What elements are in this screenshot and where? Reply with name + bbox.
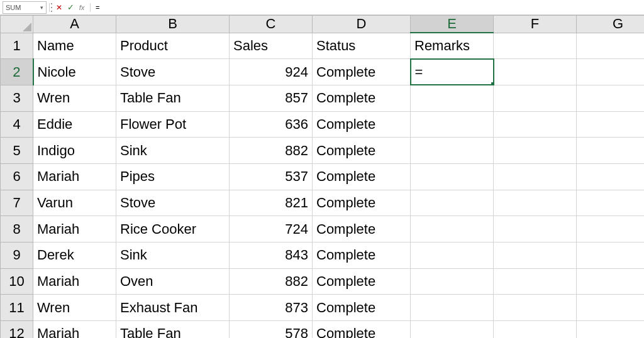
cell-C12[interactable]: 578 bbox=[230, 321, 313, 338]
column-header-C[interactable]: C bbox=[230, 16, 313, 33]
cell-B10[interactable]: Oven bbox=[116, 268, 230, 295]
cell-A3[interactable]: Wren bbox=[33, 85, 116, 111]
cell-E1[interactable]: Remarks bbox=[411, 33, 494, 59]
cell-A1[interactable]: Name bbox=[33, 33, 116, 59]
cell-A5[interactable]: Indigo bbox=[33, 138, 116, 164]
cell-F5[interactable] bbox=[494, 138, 577, 164]
cell-B8[interactable]: Rice Cooker bbox=[116, 216, 230, 243]
column-header-B[interactable]: B bbox=[116, 16, 230, 33]
cell-F11[interactable] bbox=[494, 295, 577, 321]
cell-C10[interactable]: 882 bbox=[230, 268, 313, 295]
chevron-down-icon[interactable]: ▾ bbox=[40, 4, 43, 11]
cell-G11[interactable] bbox=[577, 295, 645, 321]
cell-A2[interactable]: Nicole bbox=[33, 59, 116, 85]
cell-G2[interactable] bbox=[577, 59, 645, 85]
cell-F10[interactable] bbox=[494, 268, 577, 295]
cell-F2[interactable] bbox=[494, 59, 577, 85]
cell-D8[interactable]: Complete bbox=[313, 216, 411, 243]
cell-E2-active[interactable]: = bbox=[411, 59, 494, 85]
cell-E9[interactable] bbox=[411, 243, 494, 269]
grip-dots-icon[interactable] bbox=[51, 3, 52, 12]
cell-B1[interactable]: Product bbox=[116, 33, 230, 59]
row-header-3[interactable]: 3 bbox=[1, 85, 33, 111]
name-box[interactable]: SUM ▾ bbox=[3, 1, 47, 14]
cell-A8[interactable]: Mariah bbox=[33, 216, 116, 243]
cell-G6[interactable] bbox=[577, 163, 645, 190]
cell-G12[interactable] bbox=[577, 321, 645, 338]
cell-A4[interactable]: Eddie bbox=[33, 111, 116, 138]
column-header-G[interactable]: G bbox=[577, 16, 645, 33]
cell-E8[interactable] bbox=[411, 216, 494, 243]
cell-D6[interactable]: Complete bbox=[313, 163, 411, 190]
cell-B12[interactable]: Table Fan bbox=[116, 321, 230, 338]
row-header-1[interactable]: 1 bbox=[1, 33, 33, 59]
cell-B5[interactable]: Sink bbox=[116, 138, 230, 164]
cell-C5[interactable]: 882 bbox=[230, 138, 313, 164]
cell-E6[interactable] bbox=[411, 163, 494, 190]
cell-E10[interactable] bbox=[411, 268, 494, 295]
cell-B3[interactable]: Table Fan bbox=[116, 85, 230, 111]
row-header-8[interactable]: 8 bbox=[1, 216, 33, 243]
select-all-corner[interactable] bbox=[1, 16, 33, 33]
cell-D4[interactable]: Complete bbox=[313, 111, 411, 138]
row-header-10[interactable]: 10 bbox=[1, 268, 33, 295]
cell-F6[interactable] bbox=[494, 163, 577, 190]
cell-E4[interactable] bbox=[411, 111, 494, 138]
cell-A12[interactable]: Mariah bbox=[33, 321, 116, 338]
cell-D10[interactable]: Complete bbox=[313, 268, 411, 295]
cell-G3[interactable] bbox=[577, 85, 645, 111]
fx-icon[interactable]: fx bbox=[76, 2, 87, 13]
cell-C3[interactable]: 857 bbox=[230, 85, 313, 111]
cell-D9[interactable]: Complete bbox=[313, 243, 411, 269]
row-header-2[interactable]: 2 bbox=[1, 59, 33, 85]
column-header-F[interactable]: F bbox=[494, 16, 577, 33]
row-header-11[interactable]: 11 bbox=[1, 295, 33, 321]
cell-D12[interactable]: Complete bbox=[313, 321, 411, 338]
cell-B9[interactable]: Sink bbox=[116, 243, 230, 269]
cell-A9[interactable]: Derek bbox=[33, 243, 116, 269]
row-header-12[interactable]: 12 bbox=[1, 321, 33, 338]
cancel-icon[interactable]: ✕ bbox=[53, 2, 65, 13]
cell-C6[interactable]: 537 bbox=[230, 163, 313, 190]
column-header-D[interactable]: D bbox=[313, 16, 411, 33]
cell-C2[interactable]: 924 bbox=[230, 59, 313, 85]
cell-B11[interactable]: Exhaust Fan bbox=[116, 295, 230, 321]
cell-F7[interactable] bbox=[494, 190, 577, 216]
cell-D2[interactable]: Complete bbox=[313, 59, 411, 85]
column-header-A[interactable]: A bbox=[33, 16, 116, 33]
cell-D5[interactable]: Complete bbox=[313, 138, 411, 164]
cell-A10[interactable]: Mariah bbox=[33, 268, 116, 295]
cell-C4[interactable]: 636 bbox=[230, 111, 313, 138]
cell-E11[interactable] bbox=[411, 295, 494, 321]
cell-G8[interactable] bbox=[577, 216, 645, 243]
cell-C11[interactable]: 873 bbox=[230, 295, 313, 321]
row-header-9[interactable]: 9 bbox=[1, 243, 33, 269]
cell-A11[interactable]: Wren bbox=[33, 295, 116, 321]
cell-C1[interactable]: Sales bbox=[230, 33, 313, 59]
cell-B7[interactable]: Stove bbox=[116, 190, 230, 216]
cell-F3[interactable] bbox=[494, 85, 577, 111]
cell-F12[interactable] bbox=[494, 321, 577, 338]
cell-D11[interactable]: Complete bbox=[313, 295, 411, 321]
cell-G7[interactable] bbox=[577, 190, 645, 216]
cell-G9[interactable] bbox=[577, 243, 645, 269]
cell-B2[interactable]: Stove bbox=[116, 59, 230, 85]
cell-D3[interactable]: Complete bbox=[313, 85, 411, 111]
row-header-7[interactable]: 7 bbox=[1, 190, 33, 216]
cell-G1[interactable] bbox=[577, 33, 645, 59]
formula-input[interactable]: = bbox=[96, 2, 644, 13]
cell-E5[interactable] bbox=[411, 138, 494, 164]
cell-E12[interactable] bbox=[411, 321, 494, 338]
cell-B6[interactable]: Pipes bbox=[116, 163, 230, 190]
cell-F4[interactable] bbox=[494, 111, 577, 138]
row-header-6[interactable]: 6 bbox=[1, 163, 33, 190]
cell-D1[interactable]: Status bbox=[313, 33, 411, 59]
row-header-5[interactable]: 5 bbox=[1, 138, 33, 164]
cell-E3[interactable] bbox=[411, 85, 494, 111]
cell-D7[interactable]: Complete bbox=[313, 190, 411, 216]
grid[interactable]: A B C D E F G 1 Name Product Sales Statu… bbox=[0, 15, 644, 338]
cell-C7[interactable]: 821 bbox=[230, 190, 313, 216]
column-header-E[interactable]: E bbox=[411, 16, 494, 33]
row-header-4[interactable]: 4 bbox=[1, 111, 33, 138]
cell-C8[interactable]: 724 bbox=[230, 216, 313, 243]
